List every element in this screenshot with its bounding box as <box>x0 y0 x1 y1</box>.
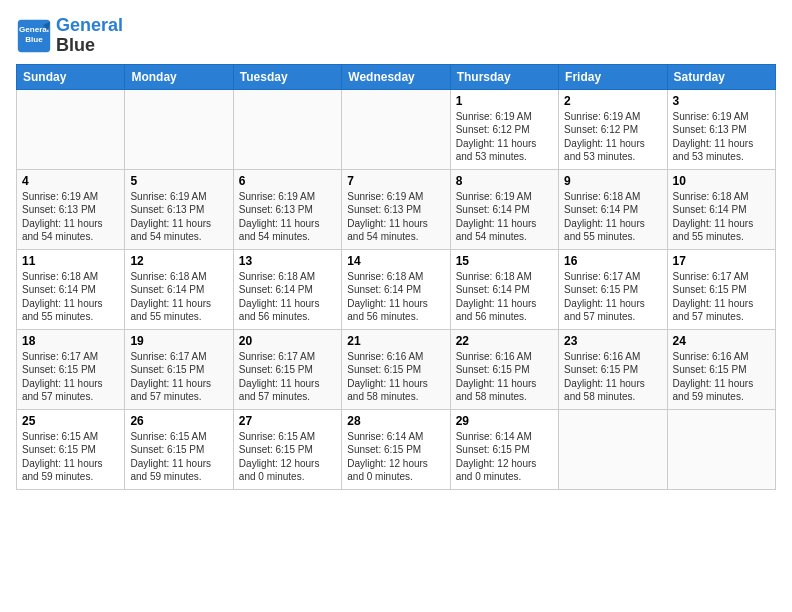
calendar-cell: 9Sunrise: 6:18 AM Sunset: 6:14 PM Daylig… <box>559 169 667 249</box>
day-info: Sunrise: 6:17 AM Sunset: 6:15 PM Dayligh… <box>673 270 770 324</box>
calendar-cell: 12Sunrise: 6:18 AM Sunset: 6:14 PM Dayli… <box>125 249 233 329</box>
day-number: 27 <box>239 414 336 428</box>
day-info: Sunrise: 6:14 AM Sunset: 6:15 PM Dayligh… <box>456 430 553 484</box>
calendar-cell: 18Sunrise: 6:17 AM Sunset: 6:15 PM Dayli… <box>17 329 125 409</box>
weekday-header: Thursday <box>450 64 558 89</box>
calendar-cell <box>342 89 450 169</box>
day-number: 22 <box>456 334 553 348</box>
calendar-cell: 28Sunrise: 6:14 AM Sunset: 6:15 PM Dayli… <box>342 409 450 489</box>
day-info: Sunrise: 6:18 AM Sunset: 6:14 PM Dayligh… <box>673 190 770 244</box>
calendar-cell <box>17 89 125 169</box>
calendar-cell: 25Sunrise: 6:15 AM Sunset: 6:15 PM Dayli… <box>17 409 125 489</box>
day-number: 2 <box>564 94 661 108</box>
day-info: Sunrise: 6:19 AM Sunset: 6:13 PM Dayligh… <box>22 190 119 244</box>
day-info: Sunrise: 6:18 AM Sunset: 6:14 PM Dayligh… <box>456 270 553 324</box>
logo-text: GeneralBlue <box>56 16 123 56</box>
day-info: Sunrise: 6:16 AM Sunset: 6:15 PM Dayligh… <box>564 350 661 404</box>
day-info: Sunrise: 6:19 AM Sunset: 6:13 PM Dayligh… <box>673 110 770 164</box>
calendar-cell <box>559 409 667 489</box>
day-number: 1 <box>456 94 553 108</box>
calendar-cell: 11Sunrise: 6:18 AM Sunset: 6:14 PM Dayli… <box>17 249 125 329</box>
calendar-cell: 27Sunrise: 6:15 AM Sunset: 6:15 PM Dayli… <box>233 409 341 489</box>
calendar-week-row: 18Sunrise: 6:17 AM Sunset: 6:15 PM Dayli… <box>17 329 776 409</box>
calendar-cell: 20Sunrise: 6:17 AM Sunset: 6:15 PM Dayli… <box>233 329 341 409</box>
weekday-header: Wednesday <box>342 64 450 89</box>
day-number: 3 <box>673 94 770 108</box>
svg-text:General: General <box>19 25 49 34</box>
day-info: Sunrise: 6:17 AM Sunset: 6:15 PM Dayligh… <box>564 270 661 324</box>
calendar-cell <box>125 89 233 169</box>
day-number: 14 <box>347 254 444 268</box>
day-number: 20 <box>239 334 336 348</box>
day-number: 16 <box>564 254 661 268</box>
calendar-cell <box>233 89 341 169</box>
day-info: Sunrise: 6:17 AM Sunset: 6:15 PM Dayligh… <box>130 350 227 404</box>
day-number: 5 <box>130 174 227 188</box>
page-header: General Blue GeneralBlue <box>16 16 776 56</box>
day-number: 9 <box>564 174 661 188</box>
day-number: 28 <box>347 414 444 428</box>
svg-text:Blue: Blue <box>25 35 43 44</box>
calendar-week-row: 1Sunrise: 6:19 AM Sunset: 6:12 PM Daylig… <box>17 89 776 169</box>
calendar-cell: 26Sunrise: 6:15 AM Sunset: 6:15 PM Dayli… <box>125 409 233 489</box>
day-number: 12 <box>130 254 227 268</box>
calendar-cell: 17Sunrise: 6:17 AM Sunset: 6:15 PM Dayli… <box>667 249 775 329</box>
day-number: 24 <box>673 334 770 348</box>
day-number: 6 <box>239 174 336 188</box>
day-info: Sunrise: 6:19 AM Sunset: 6:13 PM Dayligh… <box>347 190 444 244</box>
day-number: 7 <box>347 174 444 188</box>
day-info: Sunrise: 6:18 AM Sunset: 6:14 PM Dayligh… <box>564 190 661 244</box>
day-info: Sunrise: 6:14 AM Sunset: 6:15 PM Dayligh… <box>347 430 444 484</box>
day-info: Sunrise: 6:19 AM Sunset: 6:12 PM Dayligh… <box>456 110 553 164</box>
logo: General Blue GeneralBlue <box>16 16 123 56</box>
day-number: 21 <box>347 334 444 348</box>
calendar-cell: 21Sunrise: 6:16 AM Sunset: 6:15 PM Dayli… <box>342 329 450 409</box>
day-info: Sunrise: 6:15 AM Sunset: 6:15 PM Dayligh… <box>130 430 227 484</box>
calendar-cell: 29Sunrise: 6:14 AM Sunset: 6:15 PM Dayli… <box>450 409 558 489</box>
day-info: Sunrise: 6:18 AM Sunset: 6:14 PM Dayligh… <box>130 270 227 324</box>
calendar-cell: 5Sunrise: 6:19 AM Sunset: 6:13 PM Daylig… <box>125 169 233 249</box>
day-info: Sunrise: 6:16 AM Sunset: 6:15 PM Dayligh… <box>456 350 553 404</box>
calendar-cell: 7Sunrise: 6:19 AM Sunset: 6:13 PM Daylig… <box>342 169 450 249</box>
day-info: Sunrise: 6:15 AM Sunset: 6:15 PM Dayligh… <box>239 430 336 484</box>
weekday-header: Sunday <box>17 64 125 89</box>
calendar-table: SundayMondayTuesdayWednesdayThursdayFrid… <box>16 64 776 490</box>
day-number: 4 <box>22 174 119 188</box>
weekday-header: Saturday <box>667 64 775 89</box>
day-number: 11 <box>22 254 119 268</box>
calendar-cell: 10Sunrise: 6:18 AM Sunset: 6:14 PM Dayli… <box>667 169 775 249</box>
calendar-cell: 13Sunrise: 6:18 AM Sunset: 6:14 PM Dayli… <box>233 249 341 329</box>
day-number: 15 <box>456 254 553 268</box>
day-info: Sunrise: 6:19 AM Sunset: 6:12 PM Dayligh… <box>564 110 661 164</box>
day-info: Sunrise: 6:19 AM Sunset: 6:14 PM Dayligh… <box>456 190 553 244</box>
calendar-week-row: 11Sunrise: 6:18 AM Sunset: 6:14 PM Dayli… <box>17 249 776 329</box>
day-info: Sunrise: 6:19 AM Sunset: 6:13 PM Dayligh… <box>239 190 336 244</box>
calendar-cell: 19Sunrise: 6:17 AM Sunset: 6:15 PM Dayli… <box>125 329 233 409</box>
calendar-cell: 6Sunrise: 6:19 AM Sunset: 6:13 PM Daylig… <box>233 169 341 249</box>
day-info: Sunrise: 6:18 AM Sunset: 6:14 PM Dayligh… <box>347 270 444 324</box>
calendar-cell: 14Sunrise: 6:18 AM Sunset: 6:14 PM Dayli… <box>342 249 450 329</box>
calendar-cell: 3Sunrise: 6:19 AM Sunset: 6:13 PM Daylig… <box>667 89 775 169</box>
calendar-cell: 16Sunrise: 6:17 AM Sunset: 6:15 PM Dayli… <box>559 249 667 329</box>
day-info: Sunrise: 6:18 AM Sunset: 6:14 PM Dayligh… <box>239 270 336 324</box>
calendar-cell: 8Sunrise: 6:19 AM Sunset: 6:14 PM Daylig… <box>450 169 558 249</box>
day-number: 8 <box>456 174 553 188</box>
calendar-cell: 15Sunrise: 6:18 AM Sunset: 6:14 PM Dayli… <box>450 249 558 329</box>
calendar-cell: 24Sunrise: 6:16 AM Sunset: 6:15 PM Dayli… <box>667 329 775 409</box>
day-number: 26 <box>130 414 227 428</box>
day-number: 29 <box>456 414 553 428</box>
calendar-cell: 1Sunrise: 6:19 AM Sunset: 6:12 PM Daylig… <box>450 89 558 169</box>
day-number: 10 <box>673 174 770 188</box>
weekday-header: Monday <box>125 64 233 89</box>
day-number: 19 <box>130 334 227 348</box>
day-number: 18 <box>22 334 119 348</box>
day-info: Sunrise: 6:17 AM Sunset: 6:15 PM Dayligh… <box>239 350 336 404</box>
calendar-body: 1Sunrise: 6:19 AM Sunset: 6:12 PM Daylig… <box>17 89 776 489</box>
calendar-cell <box>667 409 775 489</box>
day-number: 23 <box>564 334 661 348</box>
day-number: 13 <box>239 254 336 268</box>
day-number: 17 <box>673 254 770 268</box>
calendar-cell: 2Sunrise: 6:19 AM Sunset: 6:12 PM Daylig… <box>559 89 667 169</box>
calendar-week-row: 25Sunrise: 6:15 AM Sunset: 6:15 PM Dayli… <box>17 409 776 489</box>
weekday-header: Friday <box>559 64 667 89</box>
